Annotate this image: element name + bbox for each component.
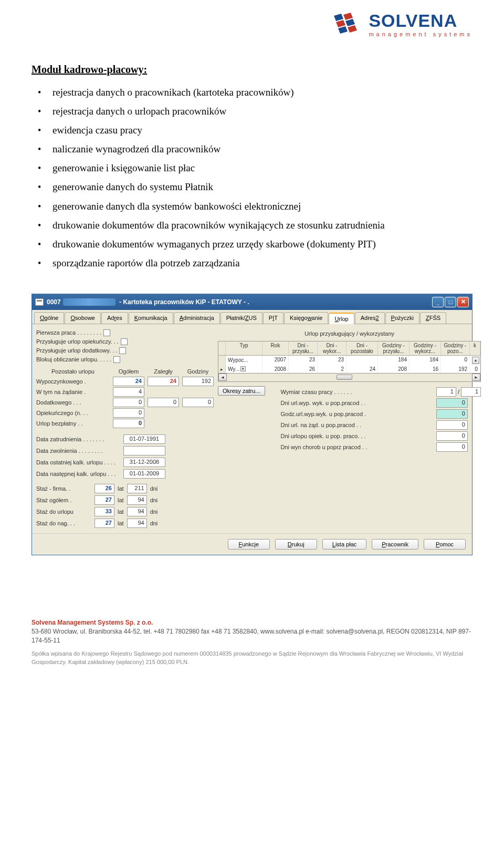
tab-ksigowanie[interactable]: Księgowanie (284, 312, 328, 324)
pracod-value[interactable]: 0 (436, 409, 468, 419)
footer-button-pomoc[interactable]: Pomoc (424, 539, 466, 550)
staz-dni[interactable]: 211 (127, 484, 147, 493)
staz-label: Staż - firma. . (36, 485, 91, 492)
cell-typ[interactable]: Wy... ▾ (226, 365, 262, 373)
table-cell[interactable]: 208 (378, 365, 410, 373)
table-row[interactable]: ▸Wy... ▾200826224208161920 (218, 365, 480, 373)
staz-lat[interactable]: 33 (94, 507, 114, 516)
table-col-header[interactable]: Typ (226, 341, 262, 355)
urlop-value[interactable]: 0 (182, 398, 214, 407)
scroll-right-button[interactable]: ► (472, 374, 480, 381)
feature-item: generowanie i księgowanie list płac (52, 159, 472, 178)
urlop-row-label: Opiekuńczego (n. . . (36, 410, 110, 416)
table-cell[interactable]: 184 (378, 356, 410, 365)
date-field[interactable]: 31-12-2008 (123, 458, 165, 467)
footer-button-funkcje[interactable]: Funkcje (228, 539, 270, 550)
date-field[interactable] (123, 446, 165, 455)
table-col-header[interactable]: k (470, 341, 480, 355)
table-cell[interactable]: 184 (410, 356, 441, 365)
tab-zfs[interactable]: ZFŚS (420, 312, 446, 324)
feature-item: sporządzanie raportów dla potrzeb zarząd… (52, 254, 472, 273)
redacted-smudge (63, 298, 116, 306)
table-cell[interactable]: 26 (289, 365, 318, 373)
date-field[interactable]: 01-07-1991 (123, 434, 165, 444)
horizontal-scrollbar[interactable]: ◄ ► (218, 374, 481, 382)
urlop-value[interactable]: 0 (113, 398, 144, 407)
table-col-header[interactable]: Dni - wykor... (318, 341, 346, 355)
table-col-header[interactable]: Godziny - przysłu... (378, 341, 410, 355)
staz-dni[interactable]: 94 (127, 519, 147, 528)
staz-dni[interactable]: 94 (127, 507, 147, 516)
table-row[interactable]: Wypoc...200723231841840▲ (218, 356, 480, 365)
close-button[interactable]: ✕ (457, 297, 469, 307)
tab-osobowe[interactable]: Osobowe (65, 312, 100, 324)
tab-adres2[interactable]: Adres2 (355, 312, 385, 324)
col-header: Ogółem (113, 367, 144, 376)
staz-lat[interactable]: 27 (94, 495, 114, 505)
table-cell[interactable]: 2007 (262, 356, 289, 365)
okresy-button[interactable]: Okresy zatru... (218, 386, 265, 396)
footer-button-pracownik[interactable]: Pracownik (372, 539, 418, 550)
tab-urlop[interactable]: Urlop (329, 313, 354, 324)
footer-button-listapac[interactable]: Lista płac (322, 539, 366, 550)
urlop-value[interactable]: 4 (113, 387, 144, 397)
tab-administracja[interactable]: Administracja (174, 312, 220, 324)
staz-lat[interactable]: 26 (94, 484, 114, 493)
urlop-value[interactable]: 192 (182, 377, 214, 386)
staz-dni[interactable]: 94 (127, 495, 147, 505)
footer-button-drukuj[interactable]: Drukuj (275, 539, 317, 550)
tab-komunikacja[interactable]: Komunikacja (129, 312, 173, 324)
pracod-value[interactable]: 0 (436, 431, 468, 441)
checkbox-dodat[interactable] (119, 347, 126, 354)
urlop-value[interactable]: 24 (148, 377, 179, 386)
table-cell[interactable]: 16 (410, 365, 441, 373)
dropdown-icon[interactable]: ▾ (240, 366, 246, 371)
window-titlebar[interactable]: 0007 - Kartoteka pracowników KiP - ETATO… (32, 294, 472, 310)
date-field[interactable]: 01-01-2009 (123, 469, 165, 479)
pracod-value[interactable]: 0 (436, 420, 468, 430)
table-cell[interactable]: 24 (346, 365, 378, 373)
staz-lat[interactable]: 27 (94, 519, 114, 528)
table-cell[interactable]: 0 (441, 356, 470, 365)
tab-patnikzus[interactable]: Płatnik/ZUS (220, 312, 262, 324)
checkbox-opiekun[interactable] (121, 338, 128, 345)
wymiar-num[interactable]: 1 (436, 387, 456, 397)
pracod-value[interactable]: 0 (436, 398, 468, 408)
urlop-value[interactable]: 0 (113, 419, 144, 428)
window-title: 0007 - Kartoteka pracowników KiP - ETATO… (47, 298, 249, 306)
table-col-header[interactable]: Dni - pozostało (346, 341, 378, 355)
table-cell[interactable]: 23 (289, 356, 318, 365)
table-cell[interactable]: 192 (441, 365, 470, 373)
checkbox-blokuj[interactable] (113, 356, 120, 363)
svg-marker-4 (338, 26, 348, 34)
table-col-header[interactable]: Dni - przysłu... (289, 341, 318, 355)
logo: SOLVENA management systems (330, 11, 472, 37)
scroll-up-button[interactable]: ▲ (472, 357, 479, 364)
table-cell[interactable]: 2008 (262, 365, 289, 373)
wymiar-den[interactable]: 1 (461, 387, 481, 397)
minimize-button[interactable]: _ (432, 297, 444, 307)
table-col-header[interactable]: Rok (262, 341, 289, 355)
scroll-left-button[interactable]: ◄ (218, 374, 227, 381)
table-cell[interactable]: 23 (318, 356, 346, 365)
dni-label: dni (150, 509, 158, 515)
table-cell[interactable] (346, 356, 378, 365)
checkbox-pierwsza[interactable] (103, 329, 110, 336)
scroll-thumb[interactable] (337, 375, 352, 380)
row-indicator (218, 356, 226, 365)
tab-adres[interactable]: Adres (101, 312, 128, 324)
table-col-header[interactable]: Godziny - pozo... (441, 341, 470, 355)
page-footer: Solvena Management Systems Sp. z o.o. 53… (32, 618, 472, 666)
table-cell[interactable]: 2 (318, 365, 346, 373)
maximize-button[interactable]: □ (445, 297, 456, 307)
pracod-value[interactable]: 0 (436, 442, 468, 452)
table-col-header[interactable]: Godziny - wykorz... (410, 341, 441, 355)
tab-pit[interactable]: PIT (263, 312, 284, 324)
urlop-value[interactable]: 0 (148, 398, 179, 407)
urlop-value[interactable]: 0 (113, 408, 144, 418)
tab-poyczki[interactable]: Pożyczki (385, 312, 419, 324)
table-col-header[interactable] (218, 341, 226, 355)
cell-typ[interactable]: Wypoc... (226, 356, 262, 365)
tab-oglne[interactable]: Ogólne (34, 312, 64, 324)
urlop-value[interactable]: 24 (113, 377, 144, 386)
